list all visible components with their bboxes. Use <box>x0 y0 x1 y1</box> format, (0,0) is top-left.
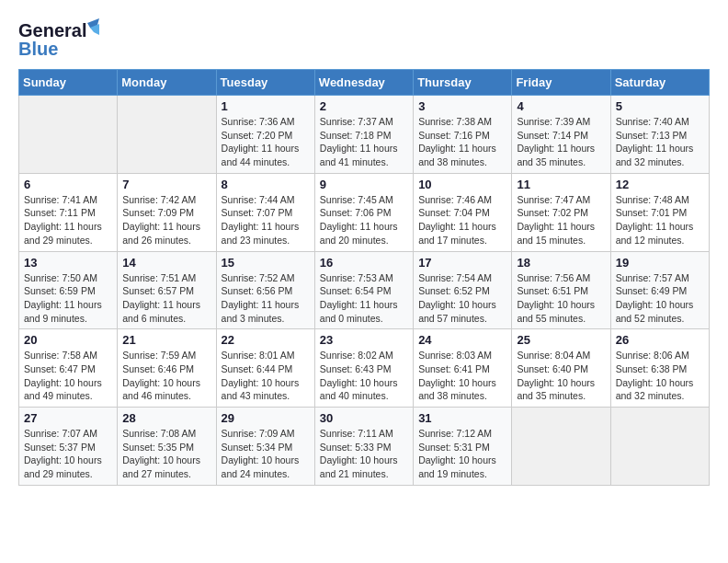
calendar-cell: 3Sunrise: 7:38 AM Sunset: 7:16 PM Daylig… <box>414 96 512 174</box>
day-number: 27 <box>24 411 112 425</box>
calendar-week-row: 13Sunrise: 7:50 AM Sunset: 6:59 PM Dayli… <box>19 251 710 329</box>
day-of-week-header: Tuesday <box>216 70 314 96</box>
day-number: 24 <box>418 333 506 347</box>
day-number: 15 <box>222 256 310 270</box>
day-number: 8 <box>222 178 310 191</box>
day-number: 4 <box>517 99 605 113</box>
calendar-cell: 27Sunrise: 7:07 AM Sunset: 5:37 PM Dayli… <box>19 408 118 486</box>
calendar-cell: 26Sunrise: 8:06 AM Sunset: 6:38 PM Dayli… <box>610 329 709 408</box>
day-number: 30 <box>320 411 408 425</box>
day-info: Sunrise: 7:39 AM Sunset: 7:14 PM Dayligh… <box>517 115 605 169</box>
day-info: Sunrise: 7:12 AM Sunset: 5:31 PM Dayligh… <box>418 427 506 481</box>
calendar-cell: 6Sunrise: 7:41 AM Sunset: 7:11 PM Daylig… <box>19 173 118 251</box>
calendar-cell: 30Sunrise: 7:11 AM Sunset: 5:33 PM Dayli… <box>314 408 413 486</box>
calendar-cell: 4Sunrise: 7:39 AM Sunset: 7:14 PM Daylig… <box>512 96 610 174</box>
day-info: Sunrise: 7:11 AM Sunset: 5:33 PM Dayligh… <box>320 427 408 481</box>
day-number: 13 <box>24 256 112 270</box>
day-number: 6 <box>24 178 112 191</box>
calendar-cell: 1Sunrise: 7:36 AM Sunset: 7:20 PM Daylig… <box>216 96 314 174</box>
calendar-cell: 10Sunrise: 7:46 AM Sunset: 7:04 PM Dayli… <box>414 173 512 251</box>
day-info: Sunrise: 7:07 AM Sunset: 5:37 PM Dayligh… <box>24 427 112 481</box>
day-info: Sunrise: 7:42 AM Sunset: 7:09 PM Dayligh… <box>122 193 210 247</box>
day-number: 22 <box>222 333 310 347</box>
day-info: Sunrise: 8:02 AM Sunset: 6:43 PM Dayligh… <box>320 349 408 403</box>
day-info: Sunrise: 7:08 AM Sunset: 5:35 PM Dayligh… <box>122 427 210 481</box>
calendar-cell: 19Sunrise: 7:57 AM Sunset: 6:49 PM Dayli… <box>610 251 709 329</box>
day-of-week-header: Sunday <box>19 70 118 96</box>
day-number: 3 <box>418 99 506 113</box>
calendar-cell: 11Sunrise: 7:47 AM Sunset: 7:02 PM Dayli… <box>512 173 610 251</box>
day-number: 11 <box>517 178 605 191</box>
calendar-header: SundayMondayTuesdayWednesdayThursdayFrid… <box>19 70 710 96</box>
calendar-cell: 25Sunrise: 8:04 AM Sunset: 6:40 PM Dayli… <box>512 329 610 408</box>
page-header: GeneralBlue <box>18 18 710 60</box>
calendar-week-row: 27Sunrise: 7:07 AM Sunset: 5:37 PM Dayli… <box>19 408 710 486</box>
day-number: 20 <box>24 333 112 347</box>
svg-text:General: General <box>18 20 86 40</box>
svg-text:Blue: Blue <box>18 39 58 59</box>
calendar-cell <box>512 408 610 486</box>
day-info: Sunrise: 7:58 AM Sunset: 6:47 PM Dayligh… <box>24 349 112 403</box>
calendar-cell: 17Sunrise: 7:54 AM Sunset: 6:52 PM Dayli… <box>414 251 512 329</box>
day-info: Sunrise: 7:52 AM Sunset: 6:56 PM Dayligh… <box>222 271 310 326</box>
day-info: Sunrise: 7:40 AM Sunset: 7:13 PM Dayligh… <box>616 115 704 169</box>
calendar-cell <box>118 96 216 174</box>
day-info: Sunrise: 7:56 AM Sunset: 6:51 PM Dayligh… <box>517 271 605 326</box>
calendar-cell: 16Sunrise: 7:53 AM Sunset: 6:54 PM Dayli… <box>314 251 413 329</box>
day-number: 1 <box>222 99 310 113</box>
day-number: 12 <box>616 178 704 191</box>
calendar-cell: 20Sunrise: 7:58 AM Sunset: 6:47 PM Dayli… <box>19 329 118 408</box>
calendar-cell: 15Sunrise: 7:52 AM Sunset: 6:56 PM Dayli… <box>216 251 314 329</box>
day-number: 23 <box>320 333 408 347</box>
day-of-week-header: Monday <box>118 70 216 96</box>
day-info: Sunrise: 7:37 AM Sunset: 7:18 PM Dayligh… <box>320 115 408 169</box>
calendar-week-row: 20Sunrise: 7:58 AM Sunset: 6:47 PM Dayli… <box>19 329 710 408</box>
calendar-cell: 14Sunrise: 7:51 AM Sunset: 6:57 PM Dayli… <box>118 251 216 329</box>
day-info: Sunrise: 7:53 AM Sunset: 6:54 PM Dayligh… <box>320 271 408 326</box>
day-number: 2 <box>320 99 408 113</box>
day-info: Sunrise: 8:06 AM Sunset: 6:38 PM Dayligh… <box>616 349 704 403</box>
day-info: Sunrise: 7:57 AM Sunset: 6:49 PM Dayligh… <box>616 271 704 326</box>
calendar-cell: 8Sunrise: 7:44 AM Sunset: 7:07 PM Daylig… <box>216 173 314 251</box>
calendar-cell: 18Sunrise: 7:56 AM Sunset: 6:51 PM Dayli… <box>512 251 610 329</box>
day-info: Sunrise: 7:45 AM Sunset: 7:06 PM Dayligh… <box>320 193 408 247</box>
calendar-week-row: 6Sunrise: 7:41 AM Sunset: 7:11 PM Daylig… <box>19 173 710 251</box>
calendar-cell: 31Sunrise: 7:12 AM Sunset: 5:31 PM Dayli… <box>414 408 512 486</box>
day-number: 7 <box>122 178 210 191</box>
calendar-cell <box>19 96 118 174</box>
day-number: 31 <box>418 411 506 425</box>
day-number: 29 <box>222 411 310 425</box>
calendar-cell: 5Sunrise: 7:40 AM Sunset: 7:13 PM Daylig… <box>610 96 709 174</box>
day-info: Sunrise: 7:48 AM Sunset: 7:01 PM Dayligh… <box>616 193 704 247</box>
day-info: Sunrise: 8:04 AM Sunset: 6:40 PM Dayligh… <box>517 349 605 403</box>
logo-svg: GeneralBlue <box>18 18 101 60</box>
calendar-week-row: 1Sunrise: 7:36 AM Sunset: 7:20 PM Daylig… <box>19 96 710 174</box>
day-info: Sunrise: 7:47 AM Sunset: 7:02 PM Dayligh… <box>517 193 605 247</box>
calendar-cell: 2Sunrise: 7:37 AM Sunset: 7:18 PM Daylig… <box>314 96 413 174</box>
calendar-cell: 22Sunrise: 8:01 AM Sunset: 6:44 PM Dayli… <box>216 329 314 408</box>
day-number: 9 <box>320 178 408 191</box>
day-info: Sunrise: 7:38 AM Sunset: 7:16 PM Dayligh… <box>418 115 506 169</box>
calendar-cell: 28Sunrise: 7:08 AM Sunset: 5:35 PM Dayli… <box>118 408 216 486</box>
day-info: Sunrise: 8:03 AM Sunset: 6:41 PM Dayligh… <box>418 349 506 403</box>
calendar-cell: 13Sunrise: 7:50 AM Sunset: 6:59 PM Dayli… <box>19 251 118 329</box>
day-info: Sunrise: 7:59 AM Sunset: 6:46 PM Dayligh… <box>122 349 210 403</box>
day-of-week-header: Thursday <box>414 70 512 96</box>
day-info: Sunrise: 7:36 AM Sunset: 7:20 PM Dayligh… <box>222 115 310 169</box>
day-info: Sunrise: 7:44 AM Sunset: 7:07 PM Dayligh… <box>222 193 310 247</box>
logo: GeneralBlue <box>18 18 101 60</box>
day-number: 10 <box>418 178 506 191</box>
day-number: 17 <box>418 256 506 270</box>
day-number: 5 <box>616 99 704 113</box>
day-number: 19 <box>616 256 704 270</box>
calendar-cell: 12Sunrise: 7:48 AM Sunset: 7:01 PM Dayli… <box>610 173 709 251</box>
day-info: Sunrise: 7:41 AM Sunset: 7:11 PM Dayligh… <box>24 193 112 247</box>
calendar-cell: 29Sunrise: 7:09 AM Sunset: 5:34 PM Dayli… <box>216 408 314 486</box>
calendar-cell: 7Sunrise: 7:42 AM Sunset: 7:09 PM Daylig… <box>118 173 216 251</box>
calendar-cell: 9Sunrise: 7:45 AM Sunset: 7:06 PM Daylig… <box>314 173 413 251</box>
day-info: Sunrise: 7:09 AM Sunset: 5:34 PM Dayligh… <box>222 427 310 481</box>
day-of-week-header: Wednesday <box>314 70 413 96</box>
day-number: 26 <box>616 333 704 347</box>
day-info: Sunrise: 8:01 AM Sunset: 6:44 PM Dayligh… <box>222 349 310 403</box>
calendar-table: SundayMondayTuesdayWednesdayThursdayFrid… <box>18 69 710 486</box>
